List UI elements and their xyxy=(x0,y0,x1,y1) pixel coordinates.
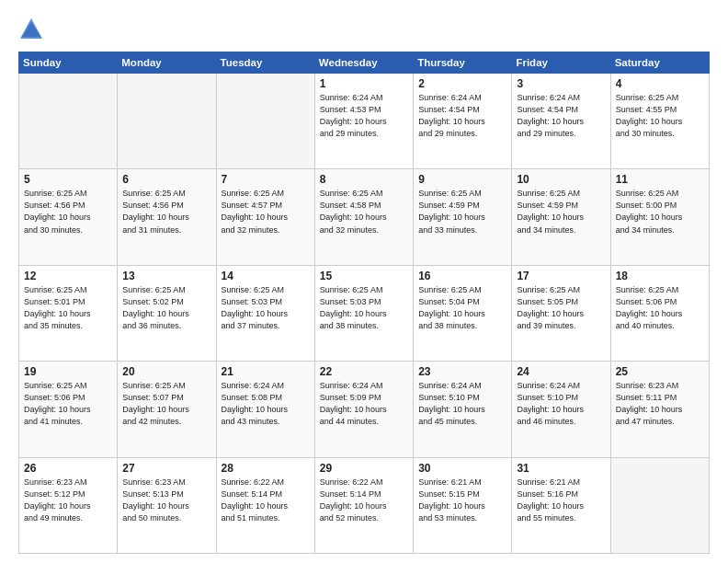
day-info: Sunrise: 6:22 AM Sunset: 5:14 PM Dayligh… xyxy=(320,477,408,524)
calendar-cell xyxy=(118,74,216,169)
day-number: 26 xyxy=(24,462,112,475)
week-row-0: 1Sunrise: 6:24 AM Sunset: 4:53 PM Daylig… xyxy=(19,74,710,169)
day-info: Sunrise: 6:25 AM Sunset: 4:59 PM Dayligh… xyxy=(517,188,605,236)
day-number: 30 xyxy=(418,462,506,475)
day-number: 28 xyxy=(222,462,310,475)
header xyxy=(18,17,710,42)
day-number: 16 xyxy=(418,270,506,282)
day-number: 9 xyxy=(418,173,506,186)
day-info: Sunrise: 6:24 AM Sunset: 5:09 PM Dayligh… xyxy=(320,380,408,428)
day-number: 25 xyxy=(616,365,704,378)
day-info: Sunrise: 6:25 AM Sunset: 4:56 PM Dayligh… xyxy=(24,188,112,236)
day-number: 18 xyxy=(616,270,704,282)
calendar-cell: 2Sunrise: 6:24 AM Sunset: 4:54 PM Daylig… xyxy=(414,74,512,169)
day-info: Sunrise: 6:21 AM Sunset: 5:15 PM Dayligh… xyxy=(418,477,506,524)
logo xyxy=(18,17,48,42)
day-info: Sunrise: 6:25 AM Sunset: 5:07 PM Dayligh… xyxy=(122,380,210,428)
calendar-cell: 16Sunrise: 6:25 AM Sunset: 5:04 PM Dayli… xyxy=(414,265,512,361)
calendar-cell: 27Sunrise: 6:23 AM Sunset: 5:13 PM Dayli… xyxy=(118,457,216,553)
day-header-wednesday: Wednesday xyxy=(314,52,413,74)
calendar-cell: 22Sunrise: 6:24 AM Sunset: 5:09 PM Dayli… xyxy=(314,362,413,457)
day-number: 31 xyxy=(517,462,605,475)
calendar-cell: 4Sunrise: 6:25 AM Sunset: 4:55 PM Daylig… xyxy=(610,74,709,169)
day-number: 24 xyxy=(517,365,605,378)
calendar-cell xyxy=(216,74,314,169)
calendar-cell: 28Sunrise: 6:22 AM Sunset: 5:14 PM Dayli… xyxy=(216,457,314,553)
calendar-cell xyxy=(610,457,709,553)
day-info: Sunrise: 6:25 AM Sunset: 4:59 PM Dayligh… xyxy=(418,188,506,236)
calendar-cell: 17Sunrise: 6:25 AM Sunset: 5:05 PM Dayli… xyxy=(512,265,610,361)
day-number: 4 xyxy=(616,77,704,90)
day-info: Sunrise: 6:25 AM Sunset: 5:02 PM Dayligh… xyxy=(122,284,210,332)
day-info: Sunrise: 6:25 AM Sunset: 5:04 PM Dayligh… xyxy=(418,284,506,332)
day-header-tuesday: Tuesday xyxy=(216,52,314,74)
day-info: Sunrise: 6:25 AM Sunset: 4:55 PM Dayligh… xyxy=(616,92,704,140)
day-header-monday: Monday xyxy=(118,52,216,74)
week-row-4: 26Sunrise: 6:23 AM Sunset: 5:12 PM Dayli… xyxy=(19,457,710,553)
day-info: Sunrise: 6:21 AM Sunset: 5:16 PM Dayligh… xyxy=(517,477,605,524)
day-info: Sunrise: 6:24 AM Sunset: 4:53 PM Dayligh… xyxy=(320,92,408,140)
day-info: Sunrise: 6:23 AM Sunset: 5:13 PM Dayligh… xyxy=(122,477,210,524)
svg-marker-1 xyxy=(22,22,40,37)
day-header-saturday: Saturday xyxy=(610,52,709,74)
day-info: Sunrise: 6:25 AM Sunset: 5:03 PM Dayligh… xyxy=(222,284,310,332)
calendar-cell: 31Sunrise: 6:21 AM Sunset: 5:16 PM Dayli… xyxy=(512,457,610,553)
day-number: 7 xyxy=(222,173,310,186)
day-info: Sunrise: 6:24 AM Sunset: 5:08 PM Dayligh… xyxy=(222,380,310,428)
day-info: Sunrise: 6:24 AM Sunset: 4:54 PM Dayligh… xyxy=(418,92,506,140)
day-info: Sunrise: 6:24 AM Sunset: 5:10 PM Dayligh… xyxy=(418,380,506,428)
day-info: Sunrise: 6:23 AM Sunset: 5:11 PM Dayligh… xyxy=(616,380,704,428)
header-row: SundayMondayTuesdayWednesdayThursdayFrid… xyxy=(19,52,710,74)
day-number: 23 xyxy=(418,365,506,378)
day-number: 21 xyxy=(222,365,310,378)
calendar-cell: 25Sunrise: 6:23 AM Sunset: 5:11 PM Dayli… xyxy=(610,362,709,457)
calendar-cell: 19Sunrise: 6:25 AM Sunset: 5:06 PM Dayli… xyxy=(19,362,118,457)
calendar-cell: 14Sunrise: 6:25 AM Sunset: 5:03 PM Dayli… xyxy=(216,265,314,361)
day-info: Sunrise: 6:25 AM Sunset: 5:06 PM Dayligh… xyxy=(24,380,112,428)
day-info: Sunrise: 6:22 AM Sunset: 5:14 PM Dayligh… xyxy=(222,477,310,524)
calendar-cell: 26Sunrise: 6:23 AM Sunset: 5:12 PM Dayli… xyxy=(19,457,118,553)
day-info: Sunrise: 6:25 AM Sunset: 4:57 PM Dayligh… xyxy=(222,188,310,236)
day-header-sunday: Sunday xyxy=(19,52,118,74)
day-number: 29 xyxy=(320,462,408,475)
calendar-cell: 23Sunrise: 6:24 AM Sunset: 5:10 PM Dayli… xyxy=(414,362,512,457)
calendar-cell: 5Sunrise: 6:25 AM Sunset: 4:56 PM Daylig… xyxy=(19,169,118,265)
calendar-cell: 21Sunrise: 6:24 AM Sunset: 5:08 PM Dayli… xyxy=(216,362,314,457)
day-number: 15 xyxy=(320,270,408,282)
day-info: Sunrise: 6:25 AM Sunset: 5:03 PM Dayligh… xyxy=(320,284,408,332)
day-number: 17 xyxy=(517,270,605,282)
day-info: Sunrise: 6:25 AM Sunset: 4:56 PM Dayligh… xyxy=(122,188,210,236)
day-header-friday: Friday xyxy=(512,52,610,74)
week-row-3: 19Sunrise: 6:25 AM Sunset: 5:06 PM Dayli… xyxy=(19,362,710,457)
calendar-cell: 18Sunrise: 6:25 AM Sunset: 5:06 PM Dayli… xyxy=(610,265,709,361)
day-number: 12 xyxy=(24,270,112,282)
calendar-cell: 13Sunrise: 6:25 AM Sunset: 5:02 PM Dayli… xyxy=(118,265,216,361)
calendar-cell xyxy=(19,74,118,169)
day-info: Sunrise: 6:25 AM Sunset: 5:05 PM Dayligh… xyxy=(517,284,605,332)
calendar-cell: 12Sunrise: 6:25 AM Sunset: 5:01 PM Dayli… xyxy=(19,265,118,361)
day-number: 5 xyxy=(24,173,112,186)
page: SundayMondayTuesdayWednesdayThursdayFrid… xyxy=(0,0,728,563)
calendar: SundayMondayTuesdayWednesdayThursdayFrid… xyxy=(18,52,710,554)
day-number: 19 xyxy=(24,365,112,378)
day-number: 11 xyxy=(616,173,704,186)
day-number: 10 xyxy=(517,173,605,186)
calendar-cell: 15Sunrise: 6:25 AM Sunset: 5:03 PM Dayli… xyxy=(314,265,413,361)
day-info: Sunrise: 6:24 AM Sunset: 5:10 PM Dayligh… xyxy=(517,380,605,428)
day-header-thursday: Thursday xyxy=(414,52,512,74)
day-number: 27 xyxy=(122,462,210,475)
calendar-cell: 6Sunrise: 6:25 AM Sunset: 4:56 PM Daylig… xyxy=(118,169,216,265)
day-info: Sunrise: 6:25 AM Sunset: 4:58 PM Dayligh… xyxy=(320,188,408,236)
day-number: 20 xyxy=(122,365,210,378)
day-info: Sunrise: 6:24 AM Sunset: 4:54 PM Dayligh… xyxy=(517,92,605,140)
day-number: 14 xyxy=(222,270,310,282)
logo-icon xyxy=(18,17,44,42)
day-number: 8 xyxy=(320,173,408,186)
week-row-2: 12Sunrise: 6:25 AM Sunset: 5:01 PM Dayli… xyxy=(19,265,710,361)
calendar-cell: 9Sunrise: 6:25 AM Sunset: 4:59 PM Daylig… xyxy=(414,169,512,265)
day-number: 6 xyxy=(122,173,210,186)
calendar-cell: 7Sunrise: 6:25 AM Sunset: 4:57 PM Daylig… xyxy=(216,169,314,265)
day-number: 3 xyxy=(517,77,605,90)
calendar-cell: 3Sunrise: 6:24 AM Sunset: 4:54 PM Daylig… xyxy=(512,74,610,169)
day-info: Sunrise: 6:23 AM Sunset: 5:12 PM Dayligh… xyxy=(24,477,112,524)
